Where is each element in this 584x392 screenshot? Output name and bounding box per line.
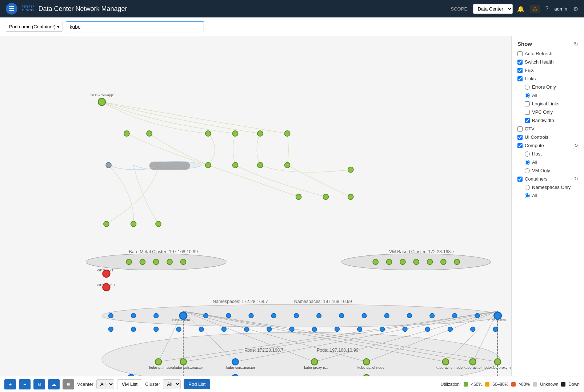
svg-point-39	[400, 259, 405, 264]
containers-label[interactable]: Containers	[525, 176, 548, 182]
svg-point-35	[167, 259, 172, 264]
show-panel-header: Show ↻	[517, 41, 578, 47]
svg-point-22	[131, 221, 136, 227]
bell-icon[interactable]: 🔔	[517, 5, 524, 12]
show-item-auto-refresh: Auto Refresh	[517, 50, 578, 57]
zoom-out-button[interactable]: −	[19, 379, 31, 389]
util-down-dot	[561, 382, 565, 387]
otv-label[interactable]: OTV	[525, 126, 535, 132]
containers-refresh-icon[interactable]: ↻	[574, 176, 578, 182]
compute-all-label[interactable]: All	[532, 159, 537, 165]
svg-point-13	[257, 131, 263, 136]
svg-point-104	[363, 359, 369, 365]
svg-point-9	[124, 131, 129, 136]
svg-text:kube-ac..el-node: kube-ac..el-node	[436, 365, 463, 369]
switch-health-checkbox[interactable]	[517, 60, 523, 65]
containers-all-label[interactable]: All	[532, 193, 537, 198]
svg-point-19	[257, 162, 263, 168]
util-down-label: Down	[568, 382, 580, 387]
svg-point-41	[427, 259, 433, 264]
svg-text:kube-ac..el-node: kube-ac..el-node	[464, 365, 491, 369]
svg-point-66	[204, 314, 208, 318]
pod-list-button[interactable]: Pod List	[184, 379, 210, 389]
cloud-button[interactable]: ☁	[48, 379, 60, 389]
show-item-namespaces-only: Namespaces Only	[517, 184, 578, 190]
vm-list-button[interactable]: VM List	[117, 379, 142, 389]
svg-point-75	[407, 314, 412, 318]
svg-text:Pods: 172.28.168.7: Pods: 172.28.168.7	[244, 348, 284, 353]
errors-only-radio[interactable]	[525, 85, 530, 90]
bandwidth-label[interactable]: Bandwidth	[532, 118, 554, 123]
utilization-label: Utilization:	[441, 382, 461, 387]
svg-text:kube-sch...master: kube-sch...master	[174, 365, 203, 369]
filter-dropdown[interactable]: Pod name (Container) ▾	[6, 22, 63, 32]
vpc-only-label[interactable]: VPC Only	[532, 109, 553, 115]
ui-controls-checkbox[interactable]	[517, 135, 523, 140]
logical-links-label[interactable]: Logical Links	[532, 101, 559, 106]
cluster-select[interactable]: All	[163, 379, 181, 389]
svg-point-99	[493, 327, 497, 331]
help-icon[interactable]: ?	[545, 5, 549, 12]
namespaces-only-radio[interactable]	[525, 185, 530, 190]
svg-rect-15	[149, 162, 190, 170]
fex-label[interactable]: FEX	[525, 68, 534, 73]
zoom-in-button[interactable]: +	[4, 379, 16, 389]
panel-refresh-icon[interactable]: ↻	[574, 41, 578, 47]
ui-controls-label[interactable]: UI Controls	[525, 134, 548, 140]
compute-refresh-icon[interactable]: ↻	[574, 143, 578, 148]
show-item-bandwidth: Bandwidth	[517, 117, 578, 124]
links-all-label[interactable]: All	[532, 93, 537, 98]
show-panel-title: Show	[517, 41, 532, 47]
svg-point-27	[348, 194, 353, 199]
fex-checkbox[interactable]	[517, 68, 523, 73]
auto-refresh-checkbox[interactable]	[517, 51, 523, 56]
warning-icon[interactable]: ⚠	[530, 5, 540, 13]
compute-checkbox[interactable]	[517, 143, 523, 148]
containers-checkbox[interactable]	[517, 177, 523, 182]
vcenter-label: Vcenter	[77, 381, 93, 387]
svg-text:kube-p...master: kube-p...master	[149, 365, 175, 369]
svg-text:kube-proxy-n...: kube-proxy-n...	[304, 365, 328, 369]
list-view-button[interactable]: ≡	[63, 379, 74, 389]
svg-point-94	[380, 327, 384, 331]
svg-text:kube-e-lem: kube-e-lem	[172, 318, 190, 322]
vm-only-label[interactable]: VM Only	[532, 168, 550, 173]
search-input[interactable]	[66, 21, 204, 32]
otv-checkbox[interactable]	[517, 126, 523, 132]
canvas-area[interactable]: Bare Metal Cluster: 197.168.10.99 VM Bas…	[0, 36, 511, 376]
logical-links-checkbox[interactable]	[525, 101, 530, 106]
scope-label: SCOPE:	[451, 6, 469, 12]
scope-dropdown[interactable]: Data Center	[473, 4, 513, 14]
utilization-legend: Utilization: <60% 60–80% >80% Unknown Do…	[441, 382, 580, 387]
compute-label[interactable]: Compute	[525, 143, 544, 148]
vpc-only-checkbox[interactable]	[525, 110, 530, 115]
util-low-dot	[464, 382, 468, 387]
links-checkbox[interactable]	[517, 76, 523, 81]
show-item-containers: Containers ↻	[517, 176, 578, 182]
svg-point-95	[403, 327, 407, 331]
svg-point-73	[362, 314, 366, 318]
switch-health-label[interactable]: Switch Health	[525, 59, 553, 65]
vm-only-radio[interactable]	[525, 168, 530, 173]
host-radio[interactable]	[525, 151, 530, 157]
svg-point-77	[452, 314, 457, 318]
app-title: Data Center Network Manager	[39, 5, 127, 13]
show-item-vpc-only: VPC Only	[517, 109, 578, 115]
settings-icon[interactable]: ⚙	[573, 5, 578, 12]
vcenter-select[interactable]: All	[96, 379, 114, 389]
compute-all-radio[interactable]	[525, 160, 530, 165]
svg-point-88	[244, 327, 249, 331]
fit-button[interactable]: ⊡	[33, 379, 45, 389]
bandwidth-checkbox[interactable]	[525, 118, 530, 123]
errors-only-label[interactable]: Errors Only	[532, 84, 556, 90]
show-panel: Show ↻ Auto Refresh Switch Health FEX Li…	[511, 36, 584, 376]
main-layout: Bare Metal Cluster: 197.168.10.99 VM Bas…	[0, 36, 584, 376]
links-label[interactable]: Links	[525, 76, 536, 81]
namespaces-only-label[interactable]: Namespaces Only	[532, 185, 571, 190]
auto-refresh-label[interactable]: Auto Refresh	[525, 51, 552, 56]
menu-button[interactable]: ☰	[6, 3, 17, 15]
containers-all-radio[interactable]	[525, 193, 530, 198]
links-all-radio[interactable]	[525, 93, 530, 98]
host-label[interactable]: Host	[532, 151, 542, 157]
svg-point-7	[98, 98, 105, 105]
